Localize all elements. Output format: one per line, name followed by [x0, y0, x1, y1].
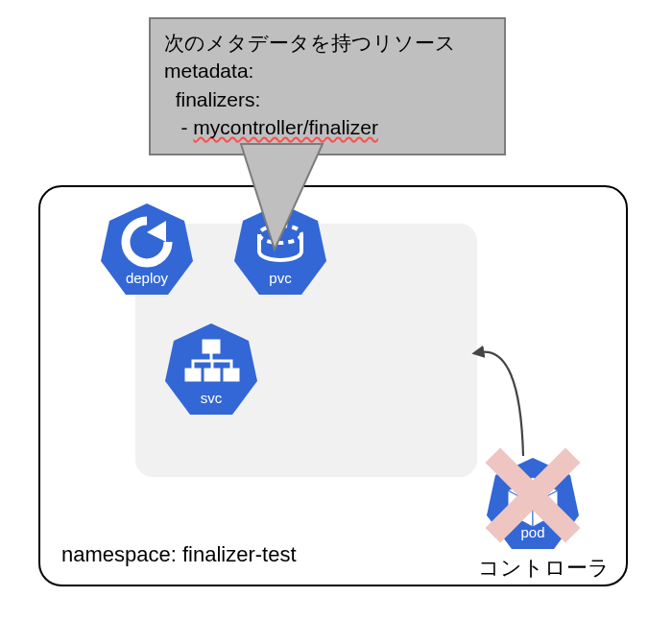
namespace-label: namespace: finalizer-test — [61, 542, 297, 567]
diagram-stage: deploy pvc — [0, 0, 672, 621]
callout-line: finalizers: — [164, 85, 491, 113]
resource-label: pod — [485, 524, 581, 540]
controller-label: コントローラ — [467, 554, 620, 583]
svg-rect-4 — [204, 341, 219, 352]
svg-rect-7 — [225, 370, 238, 380]
callout-line: - mycontroller/finalizer — [164, 113, 491, 141]
resource-label: deploy — [99, 270, 195, 286]
resource-label: pvc — [232, 270, 328, 286]
callout-finalizer-value: mycontroller/finalizer — [193, 116, 378, 138]
svg-rect-5 — [186, 370, 200, 380]
callout-line: metadata: — [164, 57, 491, 84]
svg-rect-6 — [205, 370, 219, 380]
callout-title: 次のメタデータを持つリソース — [164, 29, 491, 57]
resource-pod-controller: pod — [485, 456, 581, 552]
resource-deploy: deploy — [99, 202, 195, 298]
callout-indent: - — [164, 116, 193, 138]
resource-svc: svc — [163, 322, 259, 418]
metadata-callout: 次のメタデータを持つリソース metadata: finalizers: - m… — [149, 17, 506, 155]
svg-marker-9 — [241, 144, 323, 250]
resource-label: svc — [163, 390, 259, 406]
